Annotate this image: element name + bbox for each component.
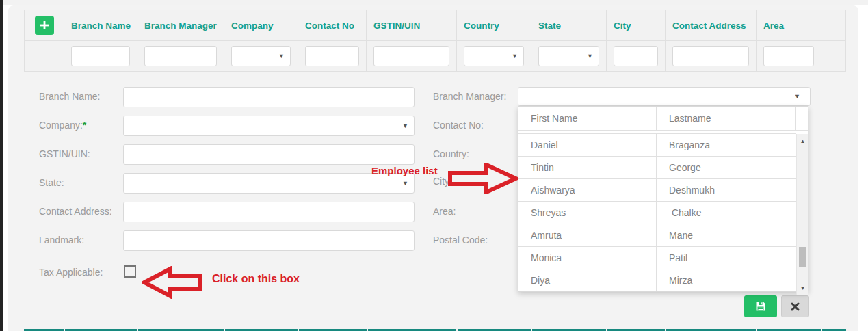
chevron-down-icon: ▼ [794, 94, 800, 100]
contact-no-label: Contact No: [433, 120, 484, 131]
scroll-down-icon[interactable]: ▼ [797, 282, 808, 293]
filter-area-input[interactable] [763, 46, 814, 66]
chevron-down-icon: ▼ [278, 53, 285, 59]
column-header-state[interactable]: State [531, 21, 561, 31]
grid-add-cell [25, 10, 64, 40]
column-header-branch-name[interactable]: Branch Name [64, 21, 131, 31]
country-label: Country: [433, 148, 469, 159]
column-header-country[interactable]: Country [457, 21, 499, 31]
employee-list-annotation: Employee list [371, 165, 438, 176]
filter-contact-address-input[interactable] [672, 46, 749, 66]
column-header-gstin[interactable]: GSTIN/UIN [367, 21, 420, 31]
filter-country-select[interactable]: ▼ [464, 46, 524, 66]
click-box-annotation: Click on this box [212, 273, 300, 285]
close-icon [791, 302, 800, 311]
employee-row-diya-mirza[interactable]: Diya Mirza [518, 269, 808, 291]
branch-manager-label: Branch Manager: [433, 91, 506, 102]
last-name-cell[interactable]: Deshmukh [657, 179, 798, 201]
filter-contact-no-input[interactable] [305, 46, 359, 66]
dropdown-column-lastname: Lastname [657, 107, 796, 130]
branch-manager-combobox[interactable]: ▼ [518, 87, 811, 106]
chevron-down-icon: ▼ [512, 53, 518, 59]
postal-code-label: Postal Code: [433, 235, 488, 246]
dropdown-header-spacer [796, 107, 808, 130]
scroll-up-icon[interactable]: ▲ [797, 135, 808, 146]
tax-applicable-checkbox[interactable] [124, 265, 136, 278]
employee-row-amruta-mane[interactable]: Amruta Mane [518, 224, 808, 247]
chevron-down-icon: ▼ [402, 181, 408, 187]
employee-dropdown-body: Daniel Braganza Tintin George Aishwarya … [518, 134, 808, 295]
filter-state-select[interactable]: ▼ [538, 46, 599, 66]
branch-name-label: Branch Name: [39, 91, 100, 102]
employee-dropdown-panel: First Name Lastname Daniel Braganza Tint… [518, 106, 808, 292]
first-name-cell[interactable]: Shreyas [518, 202, 657, 224]
grid-header-spacer [821, 10, 846, 40]
plus-icon [40, 21, 49, 30]
filter-city-input[interactable] [614, 46, 658, 66]
scrollbar-thumb[interactable] [799, 247, 806, 267]
landmark-field[interactable] [123, 230, 415, 251]
company-label: Company:* [39, 120, 86, 131]
window-left-edge [0, 0, 3, 331]
employee-dropdown-header: First Name Lastname [518, 107, 808, 131]
save-floppy-icon [754, 300, 767, 313]
dropdown-scrollbar[interactable]: ▲ ▼ [796, 134, 808, 295]
grid-header-row: Branch Name Branch Manager Company Conta… [25, 10, 845, 41]
page-top-strip [0, 0, 868, 5]
required-asterisk: * [83, 120, 86, 131]
column-header-city[interactable]: City [607, 21, 631, 31]
dropdown-column-first-name: First Name [518, 107, 657, 130]
branch-name-field[interactable] [123, 87, 415, 107]
employee-list: Daniel Braganza Tintin George Aishwarya … [518, 134, 808, 291]
column-header-contact-address[interactable]: Contact Address [666, 21, 746, 31]
gstin-label: GSTIN/UIN: [39, 148, 90, 159]
column-header-area[interactable]: Area [757, 21, 784, 31]
first-name-cell[interactable]: Amruta [518, 224, 657, 246]
filter-gstin-input[interactable] [373, 46, 449, 66]
area-label: Area: [433, 206, 456, 217]
right-arrow-icon [448, 163, 518, 194]
first-name-cell[interactable]: Tintin [518, 157, 657, 178]
employee-row-shreyas-chalke[interactable]: Shreyas Chalke [518, 202, 808, 224]
last-name-cell[interactable]: Patil [657, 247, 798, 269]
filter-branch-manager-input[interactable] [144, 46, 217, 66]
contact-address-label: Contact Address: [39, 206, 112, 217]
last-name-cell[interactable]: Mane [657, 224, 798, 246]
contact-address-field[interactable] [123, 202, 415, 222]
state-label: State: [39, 177, 64, 188]
column-header-branch-manager[interactable]: Branch Manager [137, 21, 217, 31]
chevron-down-icon: ▼ [402, 123, 408, 129]
branches-grid-header: Branch Name Branch Manager Company Conta… [24, 10, 846, 72]
left-arrow-icon [142, 266, 202, 299]
add-branch-button[interactable] [35, 16, 54, 35]
employee-row-daniel-braganza[interactable]: Daniel Braganza [518, 134, 808, 157]
filter-spacer-cell [25, 41, 64, 71]
filter-spacer-cell [821, 41, 846, 71]
cancel-button[interactable] [781, 295, 809, 317]
gstin-field[interactable] [123, 144, 415, 165]
last-name-cell[interactable]: Mirza [657, 269, 798, 291]
last-name-cell[interactable]: Braganza [657, 134, 798, 156]
employee-row-aishwarya-deshmukh[interactable]: Aishwarya Deshmukh [518, 179, 808, 202]
company-select[interactable]: ▼ [123, 116, 415, 136]
landmark-label: Landmark: [39, 235, 84, 246]
employee-row-tintin-george[interactable]: Tintin George [518, 157, 808, 179]
tax-applicable-label: Tax Applicable: [39, 267, 103, 278]
first-name-cell[interactable]: Monica [518, 247, 657, 269]
filter-company-select[interactable]: ▼ [231, 46, 291, 66]
first-name-cell[interactable]: Daniel [518, 134, 657, 156]
first-name-cell[interactable]: Aishwarya [518, 179, 657, 201]
chevron-down-icon: ▼ [587, 53, 593, 59]
first-name-cell[interactable]: Diya [518, 269, 657, 291]
column-header-company[interactable]: Company [224, 21, 274, 31]
filter-branch-name-input[interactable] [71, 46, 130, 66]
save-button[interactable] [744, 295, 777, 317]
column-header-contact-no[interactable]: Contact No [298, 21, 354, 31]
employee-row-monica-patil[interactable]: Monica Patil [518, 247, 808, 269]
grid-filter-row: ▼ ▼ ▼ [25, 41, 845, 71]
last-name-cell[interactable]: George [657, 157, 798, 178]
last-name-cell[interactable]: Chalke [657, 202, 798, 224]
